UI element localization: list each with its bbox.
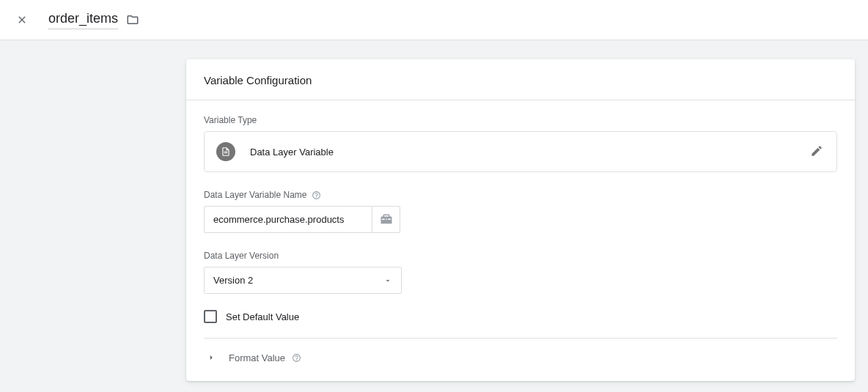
- variable-name-input[interactable]: order_items: [48, 10, 118, 29]
- folder-icon[interactable]: [125, 12, 140, 27]
- card-title: Variable Configuration: [186, 59, 855, 100]
- format-value-label-text: Format Value: [229, 352, 285, 363]
- set-default-label: Set Default Value: [226, 311, 299, 322]
- variable-type-label: Variable Type: [204, 115, 837, 125]
- close-icon[interactable]: [13, 11, 31, 29]
- dl-name-label-text: Data Layer Variable Name: [204, 190, 307, 200]
- card-body: Variable Type Data Layer Variable Data L…: [186, 100, 855, 381]
- help-icon[interactable]: [291, 352, 301, 363]
- help-icon[interactable]: [312, 190, 322, 200]
- variable-type-name: Data Layer Variable: [250, 147, 810, 158]
- set-default-checkbox[interactable]: [204, 310, 217, 323]
- chevron-right-icon: [205, 352, 217, 363]
- dl-version-label: Data Layer Version: [204, 251, 837, 261]
- dl-name-label: Data Layer Variable Name: [204, 190, 837, 200]
- format-value-expander[interactable]: Format Value: [204, 349, 837, 374]
- canvas: Variable Configuration Variable Type Dat…: [0, 40, 868, 392]
- dl-variable-name-input[interactable]: [204, 206, 372, 233]
- format-value-label: Format Value: [229, 352, 301, 363]
- dl-version-value: Version 2: [213, 275, 253, 286]
- topbar: order_items: [0, 0, 868, 40]
- dl-name-input-row: [204, 206, 837, 233]
- caret-down-icon: [383, 276, 392, 285]
- edit-icon[interactable]: [810, 144, 825, 159]
- variable-type-selector[interactable]: Data Layer Variable: [204, 131, 837, 172]
- dl-version-select[interactable]: Version 2: [204, 267, 402, 294]
- divider: [204, 338, 837, 339]
- title-wrap: order_items: [48, 10, 140, 29]
- data-layer-icon: [216, 142, 235, 161]
- set-default-checkbox-row[interactable]: Set Default Value: [204, 310, 837, 323]
- insert-variable-button[interactable]: [372, 206, 400, 233]
- variable-config-card: Variable Configuration Variable Type Dat…: [186, 59, 855, 381]
